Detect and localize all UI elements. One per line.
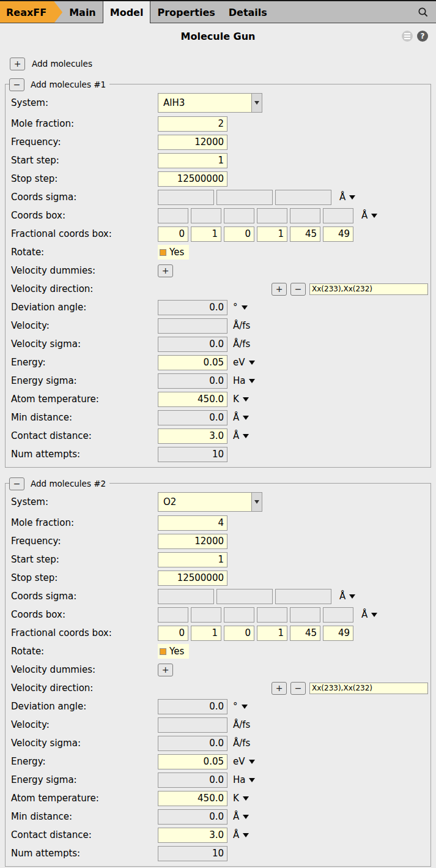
coords-box-input[interactable] xyxy=(191,607,221,623)
system-input[interactable] xyxy=(158,93,252,113)
menu-button[interactable] xyxy=(402,31,413,42)
tab-details[interactable]: Details xyxy=(222,1,274,23)
stop-step-input[interactable] xyxy=(158,171,227,187)
coords-box-input[interactable] xyxy=(257,208,287,223)
coords-box-input[interactable] xyxy=(290,607,320,623)
velocity-direction-remove-button[interactable]: − xyxy=(290,283,306,296)
coords-box-input[interactable] xyxy=(224,607,254,623)
fractional-coords-input[interactable] xyxy=(323,226,353,242)
help-button[interactable]: ? xyxy=(417,31,428,42)
coords-sigma-input[interactable] xyxy=(275,589,331,604)
coords-box-input[interactable] xyxy=(158,208,188,223)
energy-input[interactable] xyxy=(158,355,227,370)
fractional-coords-input[interactable] xyxy=(224,226,254,242)
unit-dropdown[interactable]: Å xyxy=(339,591,355,602)
tab-main[interactable]: Main xyxy=(62,1,103,23)
velocity-sigma-input[interactable] xyxy=(158,337,227,352)
velocity-sigma-input[interactable] xyxy=(158,736,227,751)
energy-sigma-input[interactable] xyxy=(158,373,227,389)
mole-fraction-input[interactable] xyxy=(158,515,227,531)
collapse-group-button[interactable]: − xyxy=(9,78,24,91)
coords-box-input[interactable] xyxy=(323,208,353,223)
velocity-direction-add-button[interactable]: + xyxy=(272,283,287,296)
coords-sigma-input[interactable] xyxy=(216,190,273,205)
rotate-checkbox[interactable]: Yes xyxy=(158,245,189,260)
mole-fraction-input[interactable] xyxy=(158,116,227,132)
unit-dropdown[interactable]: eV xyxy=(233,357,255,368)
fractional-coords-input[interactable] xyxy=(257,226,287,242)
coords-sigma-input[interactable] xyxy=(158,190,214,205)
fractional-coords-input[interactable] xyxy=(224,626,254,641)
coords-box-input[interactable] xyxy=(224,208,254,223)
num-attempts-input[interactable] xyxy=(158,846,227,861)
velocity-dummies-add-button[interactable]: + xyxy=(158,264,173,277)
unit-dropdown[interactable]: Å xyxy=(233,412,249,423)
contact-distance-input[interactable] xyxy=(158,428,227,444)
frequency-input[interactable] xyxy=(158,135,227,150)
contact-distance-input[interactable] xyxy=(158,828,227,843)
fractional-coords-input[interactable] xyxy=(257,626,287,641)
coords-sigma-input[interactable] xyxy=(216,589,273,604)
coords-box-input[interactable] xyxy=(323,607,353,623)
unit-dropdown[interactable]: Ha xyxy=(233,774,255,785)
tab-properties[interactable]: Properties xyxy=(150,1,221,23)
velocity-direction-input[interactable] xyxy=(309,283,428,295)
deviation-angle-input[interactable] xyxy=(158,699,227,714)
unit-dropdown[interactable]: eV xyxy=(233,756,255,767)
num-attempts-input[interactable] xyxy=(158,447,227,462)
velocity-direction-input[interactable] xyxy=(309,683,428,694)
fractional-coords-input[interactable] xyxy=(290,226,320,242)
unit-dropdown[interactable]: ° xyxy=(233,701,248,712)
atom-temperature-input[interactable] xyxy=(158,392,227,407)
velocity-input[interactable] xyxy=(158,318,227,334)
velocity-direction-remove-button[interactable]: − xyxy=(290,682,306,695)
frequency-input[interactable] xyxy=(158,534,227,549)
fractional-coords-input[interactable] xyxy=(158,626,188,641)
min-distance-input[interactable] xyxy=(158,809,227,825)
system-dropdown-button[interactable] xyxy=(252,492,262,512)
unit-dropdown[interactable]: Å xyxy=(233,811,249,822)
rotate-checkbox[interactable]: Yes xyxy=(158,644,189,659)
system-combobox[interactable] xyxy=(158,93,262,113)
tab-reaxff[interactable]: ReaxFF xyxy=(0,1,62,23)
unit-dropdown[interactable]: Ha xyxy=(233,375,255,386)
energy-sigma-input[interactable] xyxy=(158,773,227,788)
coords-sigma-input[interactable] xyxy=(275,190,331,205)
search-button[interactable] xyxy=(418,7,429,18)
energy-input[interactable] xyxy=(158,754,227,769)
coords-sigma-input[interactable] xyxy=(158,589,214,604)
fractional-coords-input[interactable] xyxy=(191,226,221,242)
velocity-dummies-add-button[interactable]: + xyxy=(158,664,173,676)
fractional-coords-input[interactable] xyxy=(323,626,353,641)
system-input[interactable] xyxy=(158,492,252,512)
start-step-input[interactable] xyxy=(158,552,227,567)
unit-dropdown[interactable]: Å xyxy=(233,430,249,441)
unit-dropdown[interactable]: Å xyxy=(233,829,249,840)
system-combobox[interactable] xyxy=(158,492,262,512)
unit-dropdown[interactable]: Å xyxy=(361,210,377,221)
velocity-input[interactable] xyxy=(158,717,227,733)
unit-dropdown[interactable]: Å xyxy=(339,192,355,203)
unit-dropdown[interactable]: K xyxy=(233,394,249,405)
deviation-angle-input[interactable] xyxy=(158,300,227,315)
velocity-direction-add-button[interactable]: + xyxy=(272,682,287,695)
collapse-group-button[interactable]: − xyxy=(9,477,24,490)
coords-box-input[interactable] xyxy=(158,607,188,623)
unit-dropdown[interactable]: ° xyxy=(233,302,248,313)
system-dropdown-button[interactable] xyxy=(252,93,262,113)
unit-dropdown[interactable]: Å xyxy=(361,609,377,620)
fractional-coords-input[interactable] xyxy=(158,226,188,242)
unit-dropdown[interactable]: K xyxy=(233,793,249,804)
add-molecules-button[interactable]: + xyxy=(10,58,25,70)
fractional-coords-input[interactable] xyxy=(191,626,221,641)
atom-temperature-label: Atom temperature: xyxy=(8,394,158,405)
tab-model[interactable]: Model xyxy=(103,1,151,23)
start-step-input[interactable] xyxy=(158,153,227,168)
coords-box-input[interactable] xyxy=(191,208,221,223)
coords-box-input[interactable] xyxy=(290,208,320,223)
min-distance-input[interactable] xyxy=(158,410,227,425)
coords-box-input[interactable] xyxy=(257,607,287,623)
atom-temperature-input[interactable] xyxy=(158,791,227,806)
fractional-coords-input[interactable] xyxy=(290,626,320,641)
stop-step-input[interactable] xyxy=(158,571,227,586)
